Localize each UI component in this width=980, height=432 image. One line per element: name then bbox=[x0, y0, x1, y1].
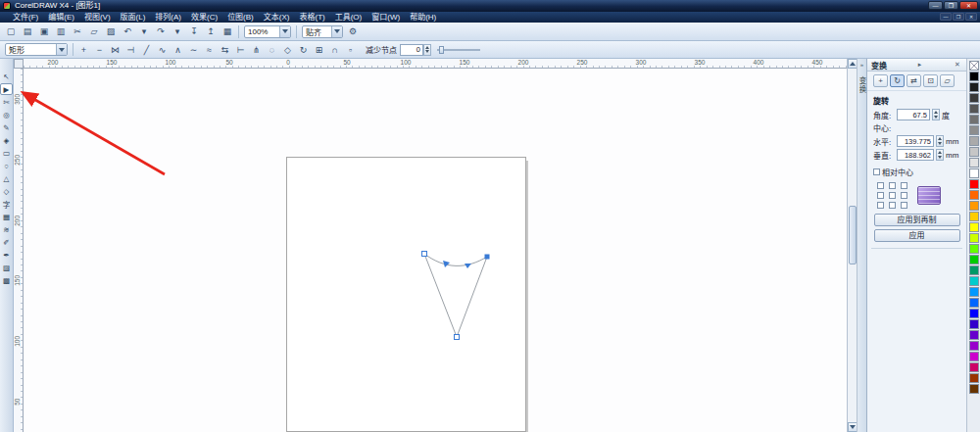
curve-node-left[interactable] bbox=[422, 252, 427, 257]
menu-item[interactable]: 版面(L) bbox=[116, 12, 151, 23]
color-swatch[interactable] bbox=[969, 190, 979, 200]
scrollbar-thumb[interactable] bbox=[849, 206, 857, 264]
eyedropper-tool[interactable]: ✐ bbox=[0, 236, 13, 248]
extract-subpath-icon[interactable]: ⋔ bbox=[249, 42, 264, 57]
print-icon[interactable]: ▥ bbox=[53, 24, 69, 39]
blend-tool[interactable]: ≋ bbox=[0, 223, 13, 235]
color-swatch[interactable] bbox=[969, 125, 979, 135]
menu-item[interactable]: 文件(F) bbox=[8, 12, 43, 23]
menu-item[interactable]: 位图(B) bbox=[222, 12, 259, 23]
transform-rotate-icon[interactable]: ↻ bbox=[890, 74, 905, 87]
smooth-node-icon[interactable]: ∼ bbox=[186, 42, 201, 57]
color-swatch[interactable] bbox=[969, 82, 979, 92]
color-swatch[interactable] bbox=[969, 309, 979, 318]
anchor-checkbox[interactable] bbox=[901, 192, 907, 199]
color-swatch[interactable] bbox=[969, 72, 979, 81]
no-color-swatch[interactable] bbox=[969, 61, 979, 71]
export-icon[interactable]: ↥ bbox=[203, 24, 219, 39]
crop-tool[interactable]: ✄ bbox=[0, 96, 13, 108]
anchor-checkbox[interactable] bbox=[877, 202, 884, 209]
align-nodes-icon[interactable]: ⊞ bbox=[312, 42, 326, 57]
color-swatch[interactable] bbox=[969, 341, 979, 351]
chevron-down-icon[interactable] bbox=[279, 26, 290, 37]
menu-item[interactable]: 工具(O) bbox=[330, 12, 368, 23]
rectangle-tool[interactable]: ▭ bbox=[0, 147, 13, 159]
triangle-shape[interactable] bbox=[424, 254, 487, 337]
doc-close-button[interactable]: ✕ bbox=[965, 13, 977, 21]
docker-close-icon[interactable]: ✕ bbox=[953, 61, 962, 69]
apply-to-duplicate-button[interactable]: 应用到再制 bbox=[874, 214, 960, 226]
redo-dropdown-icon[interactable]: ▾ bbox=[170, 24, 185, 39]
docker-collapse-icon[interactable]: » bbox=[860, 61, 863, 69]
import-icon[interactable]: ↧ bbox=[186, 24, 202, 39]
delete-node-icon[interactable]: − bbox=[92, 42, 107, 57]
color-swatch[interactable] bbox=[969, 201, 979, 211]
color-swatch[interactable] bbox=[969, 93, 979, 103]
pick-tool[interactable]: ↖ bbox=[0, 71, 13, 82]
close-button[interactable]: ✕ bbox=[959, 1, 978, 10]
ruler-origin[interactable] bbox=[14, 59, 24, 69]
relative-center-checkbox[interactable] bbox=[873, 168, 880, 175]
curve-smoothness-slider[interactable] bbox=[437, 49, 480, 51]
to-curve-icon[interactable]: ∿ bbox=[155, 42, 170, 57]
docker-flyout-icon[interactable]: ▸ bbox=[916, 61, 924, 69]
cusp-node-icon[interactable]: ∧ bbox=[171, 42, 185, 57]
doc-restore-button[interactable]: ❐ bbox=[953, 13, 964, 21]
menu-item[interactable]: 帮助(H) bbox=[405, 12, 441, 23]
new-icon[interactable]: ▢ bbox=[3, 24, 19, 39]
anchor-checkbox[interactable] bbox=[889, 202, 896, 209]
zoom-tool[interactable]: ◎ bbox=[0, 109, 13, 120]
control-handle-marker[interactable] bbox=[465, 264, 471, 268]
drawing-canvas[interactable] bbox=[24, 69, 847, 432]
anchor-checkbox[interactable] bbox=[901, 202, 907, 209]
chevron-down-icon[interactable] bbox=[56, 44, 67, 55]
save-icon[interactable]: ▣ bbox=[36, 24, 52, 39]
menu-item[interactable]: 效果(C) bbox=[186, 12, 222, 23]
color-swatch[interactable] bbox=[969, 373, 979, 383]
anchor-checkbox[interactable] bbox=[889, 192, 896, 199]
symmetric-node-icon[interactable]: ≈ bbox=[202, 42, 217, 57]
transform-position-icon[interactable]: + bbox=[873, 74, 888, 87]
menu-item[interactable]: 视图(V) bbox=[79, 12, 116, 23]
menu-item[interactable]: 排列(A) bbox=[150, 12, 186, 23]
menu-item[interactable]: 表格(T) bbox=[294, 12, 329, 23]
smart-fill-tool[interactable]: ◈ bbox=[0, 134, 13, 146]
color-swatch[interactable] bbox=[969, 330, 979, 340]
color-swatch[interactable] bbox=[969, 158, 979, 168]
color-swatch[interactable] bbox=[969, 276, 979, 286]
interactive-fill-tool[interactable]: ▩ bbox=[0, 274, 13, 286]
ellipse-tool[interactable]: ○ bbox=[0, 160, 13, 171]
options-icon[interactable]: ⚙ bbox=[345, 24, 361, 39]
center-h-input[interactable]: 139.775 bbox=[897, 135, 934, 147]
menu-item[interactable]: 编辑(E) bbox=[43, 12, 79, 23]
shape-tool[interactable]: ▶ bbox=[0, 83, 13, 95]
anchor-checkbox[interactable] bbox=[877, 182, 884, 189]
to-line-icon[interactable]: ╱ bbox=[139, 42, 154, 57]
anchor-checkbox[interactable] bbox=[901, 182, 907, 189]
snap-to-combo[interactable]: 贴齐 bbox=[302, 25, 343, 38]
app-launcher-icon[interactable]: ▦ bbox=[220, 24, 235, 39]
doc-minimize-button[interactable]: — bbox=[940, 13, 952, 21]
center-h-stepper[interactable] bbox=[936, 135, 944, 147]
outline-tool[interactable]: ✒ bbox=[0, 249, 13, 261]
color-swatch[interactable] bbox=[969, 233, 979, 243]
color-swatch[interactable] bbox=[969, 115, 979, 124]
center-v-input[interactable]: 188.962 bbox=[897, 149, 934, 161]
angle-stepper[interactable] bbox=[932, 109, 940, 120]
reduce-nodes-input[interactable]: 0 bbox=[400, 44, 423, 56]
vertical-scrollbar[interactable] bbox=[847, 59, 857, 432]
color-swatch[interactable] bbox=[969, 179, 979, 189]
color-swatch[interactable] bbox=[969, 244, 979, 254]
color-swatch[interactable] bbox=[969, 147, 979, 157]
paste-icon[interactable]: ▨ bbox=[103, 24, 119, 39]
polygon-tool[interactable]: △ bbox=[0, 172, 13, 184]
elastic-mode-icon[interactable]: ∩ bbox=[327, 42, 342, 57]
transform-size-icon[interactable]: ⊡ bbox=[923, 74, 938, 87]
color-swatch[interactable] bbox=[969, 255, 979, 264]
color-swatch[interactable] bbox=[969, 352, 979, 361]
open-icon[interactable]: ▤ bbox=[20, 24, 35, 39]
color-swatch[interactable] bbox=[969, 384, 979, 394]
undo-icon[interactable]: ↶ bbox=[120, 24, 135, 39]
add-node-icon[interactable]: + bbox=[76, 42, 91, 57]
menu-item[interactable]: 窗口(W) bbox=[367, 12, 405, 23]
